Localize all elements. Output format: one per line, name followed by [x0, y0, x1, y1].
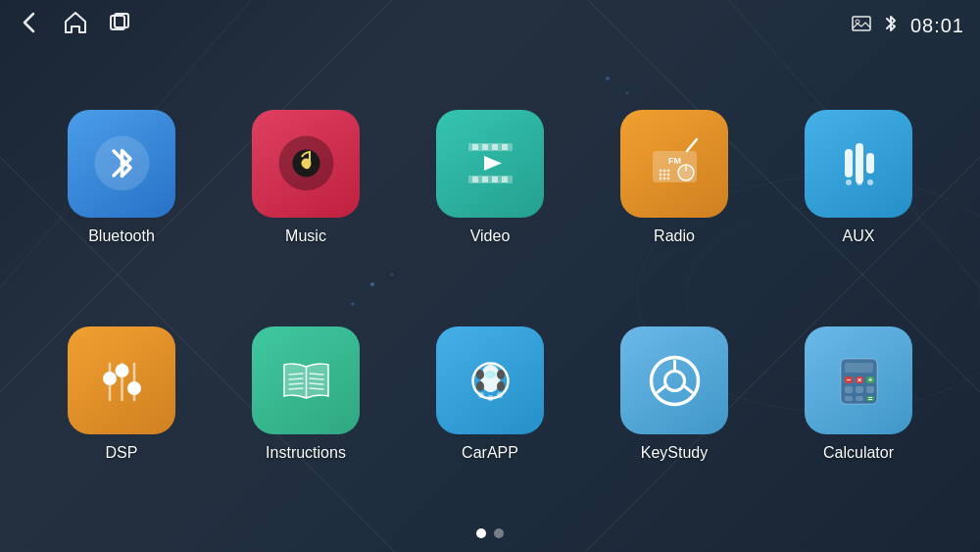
svg-text:+: +: [867, 375, 872, 383]
app-label-aux: AUX: [843, 227, 875, 245]
app-grid: Bluetooth Music: [0, 59, 980, 513]
svg-line-62: [289, 388, 303, 389]
app-dsp[interactable]: DSP: [53, 326, 190, 462]
svg-rect-29: [492, 176, 498, 182]
svg-point-39: [666, 174, 669, 176]
pagination-dot-0[interactable]: [476, 528, 486, 538]
svg-text:−: −: [846, 375, 851, 383]
app-video[interactable]: Video: [421, 110, 559, 245]
svg-point-79: [664, 371, 684, 390]
svg-line-63: [310, 374, 323, 375]
app-icon-carapp: [436, 326, 544, 434]
app-radio[interactable]: FM Radio: [606, 110, 743, 245]
svg-point-35: [662, 170, 665, 173]
svg-point-37: [659, 174, 662, 176]
svg-point-38: [662, 174, 665, 176]
svg-point-51: [867, 179, 873, 185]
app-icon-music: [252, 110, 360, 218]
app-label-radio: Radio: [654, 227, 695, 245]
app-carapp[interactable]: CarAPP: [421, 326, 559, 462]
app-calculator[interactable]: + − × = Calculator: [790, 326, 927, 462]
svg-text:FM: FM: [668, 156, 681, 166]
svg-line-60: [289, 378, 303, 379]
app-icon-radio: FM: [620, 110, 728, 218]
svg-rect-30: [502, 176, 508, 182]
svg-rect-48: [866, 153, 874, 174]
svg-rect-88: [845, 386, 853, 393]
svg-rect-90: [866, 386, 874, 393]
app-label-keystudy: KeyStudy: [641, 444, 708, 462]
svg-rect-46: [845, 149, 853, 177]
app-music[interactable]: Music: [237, 110, 374, 245]
svg-line-43: [687, 139, 697, 151]
svg-line-61: [289, 383, 303, 384]
app-label-bluetooth: Bluetooth: [88, 227, 155, 245]
topbar: 08:01: [0, 0, 980, 51]
svg-rect-84: [845, 363, 873, 373]
svg-marker-31: [484, 156, 502, 171]
svg-rect-15: [853, 17, 870, 30]
svg-point-50: [857, 179, 862, 185]
svg-rect-25: [502, 144, 508, 150]
svg-line-65: [310, 383, 323, 384]
app-icon-bluetooth: [68, 110, 175, 218]
svg-point-40: [659, 177, 662, 180]
svg-rect-24: [492, 144, 498, 150]
app-instructions[interactable]: Instructions: [237, 326, 374, 462]
app-icon-instructions: [252, 326, 360, 434]
svg-point-57: [127, 381, 141, 395]
app-icon-keystudy: [620, 326, 728, 434]
svg-point-49: [846, 179, 852, 185]
app-icon-calculator: + − × =: [805, 326, 912, 434]
svg-line-82: [683, 385, 692, 392]
topbar-left: [16, 9, 131, 42]
svg-line-66: [310, 388, 323, 389]
svg-point-70: [476, 370, 484, 379]
svg-point-74: [484, 371, 496, 378]
app-keystudy[interactable]: KeyStudy: [606, 326, 743, 462]
svg-point-36: [666, 170, 669, 173]
app-label-video: Video: [470, 227, 511, 245]
svg-rect-28: [482, 176, 488, 182]
svg-point-77: [478, 392, 484, 398]
back-button[interactable]: [16, 9, 43, 42]
svg-rect-23: [482, 144, 488, 150]
app-icon-dsp: [68, 326, 175, 434]
svg-point-34: [659, 170, 662, 173]
svg-point-73: [497, 381, 505, 391]
svg-rect-27: [472, 176, 478, 182]
svg-text:×: ×: [857, 375, 861, 383]
app-label-instructions: Instructions: [266, 444, 346, 462]
pagination-dot-1[interactable]: [494, 528, 504, 538]
svg-rect-91: [845, 396, 853, 401]
svg-point-55: [115, 364, 128, 377]
svg-rect-47: [856, 143, 863, 183]
display-icon: [852, 16, 871, 35]
app-label-music: Music: [285, 227, 326, 245]
svg-rect-89: [856, 386, 863, 393]
clock: 08:01: [910, 15, 964, 37]
home-button[interactable]: [63, 10, 88, 41]
topbar-right: 08:01: [852, 14, 964, 37]
svg-point-53: [103, 372, 117, 385]
svg-line-64: [310, 378, 323, 379]
svg-rect-22: [472, 144, 478, 150]
svg-point-72: [476, 381, 484, 391]
app-bluetooth[interactable]: Bluetooth: [53, 110, 190, 245]
app-label-calculator: Calculator: [823, 444, 894, 462]
svg-point-75: [487, 395, 493, 401]
svg-line-59: [289, 374, 303, 375]
window-button[interactable]: [108, 11, 131, 40]
bluetooth-status-icon: [883, 14, 899, 37]
app-label-carapp: CarAPP: [462, 444, 518, 462]
svg-point-41: [662, 177, 665, 180]
app-label-dsp: DSP: [106, 444, 138, 462]
app-icon-aux: [805, 110, 912, 218]
svg-line-81: [658, 385, 666, 392]
svg-point-76: [497, 392, 503, 398]
app-icon-video: [436, 110, 544, 218]
app-aux[interactable]: AUX: [790, 110, 927, 245]
svg-rect-92: [856, 396, 863, 401]
svg-text:=: =: [867, 393, 872, 402]
pagination: [476, 528, 504, 538]
